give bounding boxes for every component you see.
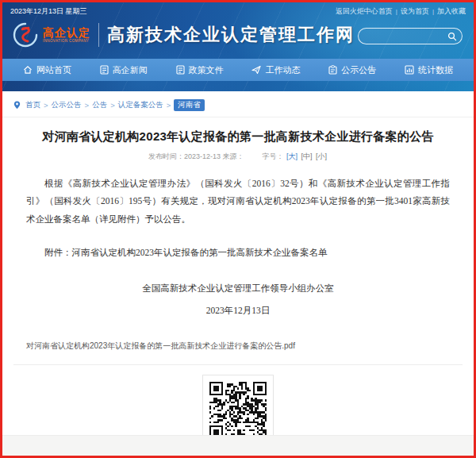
search-input[interactable] xyxy=(365,29,444,44)
brand-divider xyxy=(98,23,99,47)
site-header: 2023年12月13日 星期三 返回火炬中心首页 | 设为首页 | 加入收藏 高… xyxy=(2,2,474,91)
source-label: 来源： xyxy=(222,152,244,160)
qr-section: 扫一扫在手机打开当前页 xyxy=(2,375,474,435)
link-separator: | xyxy=(396,8,397,15)
nav-label: 网站首页 xyxy=(36,64,71,76)
search-icon[interactable] xyxy=(447,32,457,41)
logo-text: 高企认定 xyxy=(43,27,90,38)
link-torch-center-home[interactable]: 返回火炬中心首页 xyxy=(336,6,393,17)
fontsize-large-button[interactable]: [大] xyxy=(286,152,298,160)
article-paragraph: 根据《高新技术企业认定管理办法》（国科发火〔2016〕32号）和《高新技术企业认… xyxy=(26,175,450,228)
attachment-line: 附件：河南省认定机构2023年认定报备的第一批高新技术企业备案名单 xyxy=(26,244,450,261)
breadcrumb-separator: > xyxy=(167,101,171,110)
fontsize-medium-button[interactable]: [中] xyxy=(301,152,313,160)
news-icon xyxy=(100,65,109,75)
current-date: 2023年12月13日 星期三 xyxy=(10,6,87,17)
bar-chart-icon xyxy=(405,65,414,75)
breadcrumb: 首页 > 公示公告 > 公告 > 认定备案公告 > 河南省 xyxy=(2,91,474,117)
paper-plane-icon xyxy=(251,65,261,75)
page-footer xyxy=(2,435,474,456)
search-box[interactable] xyxy=(358,28,463,44)
link-set-homepage[interactable]: 设为首页 xyxy=(401,6,429,17)
breadcrumb-announcements[interactable]: 公示公告 xyxy=(52,100,82,110)
article-title: 对河南省认定机构2023年认定报备的第一批高新技术企业进行备案的公告 xyxy=(2,129,474,144)
nav-item-statistics[interactable]: 统计数据 xyxy=(405,64,453,76)
nav-item-news[interactable]: 高企新闻 xyxy=(100,64,148,76)
utility-bar: 2023年12月13日 星期三 返回火炬中心首页 | 设为首页 | 加入收藏 xyxy=(2,2,474,17)
signature-date: 2023年12月13日 xyxy=(26,302,450,319)
fontsize-small-button[interactable]: [小] xyxy=(316,152,327,160)
nav-item-announcements[interactable]: 公示公告 xyxy=(328,64,376,76)
nav-label: 政策文件 xyxy=(189,64,224,76)
brand-row: 高企认定 INNOVATION COMPANY 高新技术企业认定管理工作网 xyxy=(2,17,474,48)
logo-icon xyxy=(12,21,39,48)
link-separator: | xyxy=(432,8,434,15)
breadcrumb-filing-notice[interactable]: 认定备案公告 xyxy=(118,100,163,110)
breadcrumb-home[interactable]: 首页 xyxy=(25,100,40,110)
attachment-pdf-link[interactable]: 对河南省认定机构2023年认定报备的第一批高新技术企业进行备案的公告.pdf xyxy=(26,341,474,352)
nav-label: 工作动态 xyxy=(265,64,300,76)
logo-text-block: 高企认定 INNOVATION COMPANY xyxy=(43,27,90,44)
qr-code xyxy=(209,382,267,435)
breadcrumb-separator: > xyxy=(44,101,48,110)
site-logo[interactable]: 高企认定 INNOVATION COMPANY xyxy=(12,21,90,48)
site-title: 高新技术企业认定管理工作网 xyxy=(107,23,355,47)
qr-code-box xyxy=(202,375,274,435)
article-body: 根据《高新技术企业认定管理办法》（国科发火〔2016〕32号）和《高新技术企业认… xyxy=(2,162,474,320)
nav-item-dynamics[interactable]: 工作动态 xyxy=(251,64,300,76)
breadcrumb-notice[interactable]: 公告 xyxy=(92,100,107,110)
nav-label: 统计数据 xyxy=(418,64,453,76)
publish-time: 发布时间：2023-12-13 xyxy=(148,152,221,160)
breadcrumb-separator: > xyxy=(110,101,115,110)
content-divider xyxy=(13,364,463,365)
nav-label: 高企新闻 xyxy=(113,64,148,76)
main-nav: 网站首页 高企新闻 政策文件 xyxy=(2,59,474,81)
location-pin-icon xyxy=(13,101,21,110)
nav-item-policy[interactable]: 政策文件 xyxy=(176,64,224,76)
nav-label: 公示公告 xyxy=(341,64,376,76)
breadcrumb-current-henan[interactable]: 河南省 xyxy=(174,99,205,111)
policy-file-icon xyxy=(176,65,185,75)
page-frame: 2023年12月13日 星期三 返回火炬中心首页 | 设为首页 | 加入收藏 高… xyxy=(0,0,476,458)
utility-links: 返回火炬中心首页 | 设为首页 | 加入收藏 xyxy=(336,6,466,17)
signature-office: 全国高新技术企业认定管理工作领导小组办公室 xyxy=(26,279,450,297)
clipboard-icon xyxy=(328,65,337,75)
link-add-favorite[interactable]: 加入收藏 xyxy=(437,6,466,17)
nav-item-home[interactable]: 网站首页 xyxy=(23,64,71,76)
article-meta: 发布时间：2023-12-13 来源： 字号： [大] [中] [小] xyxy=(2,152,474,162)
home-icon xyxy=(23,65,33,75)
breadcrumb-separator: > xyxy=(85,101,90,110)
main-content: 首页 > 公示公告 > 公告 > 认定备案公告 > 河南省 对河南省认定机构20… xyxy=(2,91,474,435)
logo-subtext: INNOVATION COMPANY xyxy=(43,40,90,44)
fontsize-label: 字号： xyxy=(263,152,284,160)
